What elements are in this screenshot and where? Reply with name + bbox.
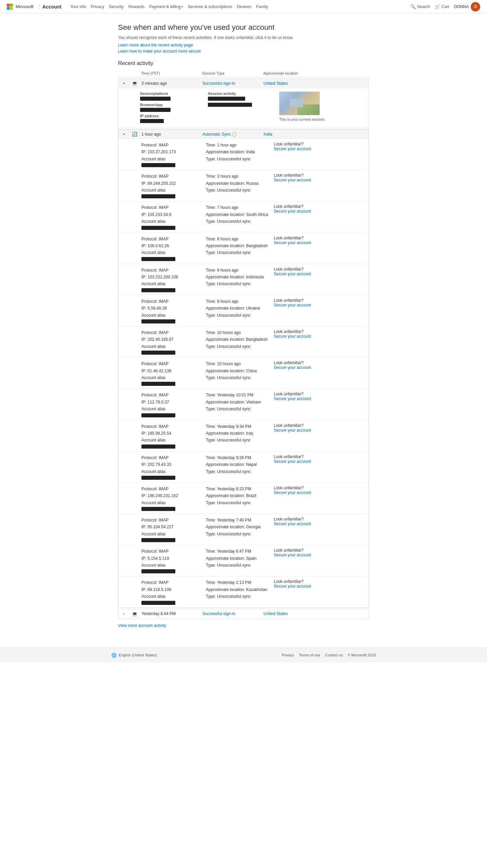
sync-entries-container: Protocol: IMAP IP: 103.37.201.173 Accoun… (118, 139, 369, 608)
learn-more-link[interactable]: Learn more about the recent activity pag… (118, 43, 369, 47)
sync-entry-13: Protocol: IMAP IP: 5.154.5.119 Account a… (118, 545, 369, 576)
search-button[interactable]: 🔍 Search (410, 4, 430, 9)
header-divider: | (38, 4, 40, 10)
row-1-time: 3 minutes ago (140, 81, 201, 86)
search-label: Search (417, 4, 430, 9)
sync-entry-14: Protocol: IMAP IP: 89.218.5.106 Account … (118, 576, 369, 607)
sync-entry-6: Protocol: IMAP IP: 202.40.185.67 Account… (118, 326, 369, 357)
sync-col-mid-0: Time: 1 hour ago Approximate location: I… (204, 142, 272, 162)
row-3-location: United States (262, 611, 369, 616)
avatar: D (471, 2, 480, 12)
sync-entry-12: Protocol: IMAP IP: 95.104.54.227 Account… (118, 514, 369, 545)
col-spacer (118, 71, 140, 75)
sync-entry-8: Protocol: IMAP IP: 112.78.0.37 Account a… (118, 389, 369, 420)
footer-language[interactable]: English (United States) (119, 653, 157, 657)
row-3-session: Successful sign-in (201, 611, 262, 616)
activity-row-3-header[interactable]: › 💻 Yesterday 8:44 PM Successful sign-in… (118, 609, 369, 618)
sync-col-right-0: Look unfamiliar? Secure your account (272, 142, 369, 151)
toggle-icon-3[interactable]: › (118, 611, 129, 616)
main-content: See when and where you've used your acco… (111, 14, 376, 637)
footer-copyright: © Microsoft 2019 (348, 653, 376, 657)
nav-payment[interactable]: Payment & billing▾ (147, 4, 185, 9)
sync-entry-2: Protocol: IMAP IP: 105.233.34.9 Account … (118, 201, 369, 232)
footer-inner: 🌐 English (United States) Privacy Terms … (111, 653, 376, 658)
ip-label: IP address (140, 114, 204, 118)
sync-entry-5: Protocol: IMAP IP: 5.58.49.28 Account al… (118, 295, 369, 326)
search-icon: 🔍 (410, 4, 416, 9)
sync-col-left-0: Protocol: IMAP IP: 103.37.201.173 Accoun… (140, 142, 204, 167)
footer-privacy[interactable]: Privacy (282, 653, 294, 657)
sync-entry-9: Protocol: IMAP IP: 185.98.25.54 Account … (118, 420, 369, 451)
page-subtitle: You should recognize each of these recen… (118, 35, 369, 40)
nav-privacy[interactable]: Privacy (89, 4, 106, 9)
table-headers: Time (PST) Session Type Approximate loca… (118, 70, 369, 77)
cart-button[interactable]: 🛒 Cart (435, 4, 449, 9)
nav-rewards[interactable]: Rewards (126, 4, 147, 9)
learn-secure-link[interactable]: Learn how to make your account more secu… (118, 49, 369, 54)
cart-label: Cart (442, 4, 449, 9)
session-icon-2: 🔄 (129, 132, 140, 137)
sync-entry-10: Protocol: IMAP IP: 202.79.43.33 Account … (118, 451, 369, 482)
nav-security[interactable]: Security (107, 4, 125, 9)
footer-links: Privacy Terms of use Contact us © Micros… (282, 653, 376, 657)
activity-row-2-header[interactable]: ▾ 🔄 1 hour ago Automatic Sync i India (118, 130, 369, 139)
header-right: 🔍 Search 🛒 Cart DONNA D (410, 2, 480, 12)
row-1-session: Successful sign-in (201, 81, 262, 86)
session-activity-value-redacted (208, 97, 245, 101)
links-section: Learn more about the recent activity pag… (118, 43, 369, 54)
activity-row-1-header[interactable]: ▾ 💻 3 minutes ago Successful sign-in Uni… (118, 79, 369, 88)
session-activity-value2-redacted (208, 103, 252, 107)
device-label: Device/platform (140, 92, 204, 96)
page-title: See when and where you've used your acco… (118, 23, 369, 32)
user-profile[interactable]: DONNA D (454, 2, 480, 12)
map-section: This is your current session. (279, 92, 347, 123)
col-header-session: Session Type (201, 71, 262, 75)
nav-family[interactable]: Family (254, 4, 270, 9)
col-header-location: Approximate location (262, 71, 369, 75)
session-icon-1: 💻 (129, 81, 140, 86)
sync-entry-1: Protocol: IMAP IP: 89.249.255.152 Accoun… (118, 170, 369, 201)
col-header-time: Time (PST) (140, 71, 201, 75)
globe-icon: 🌐 (111, 653, 117, 658)
row-2-time: 1 hour ago (140, 132, 201, 137)
nav-services[interactable]: Services & subscriptions (186, 4, 234, 9)
footer: 🌐 English (United States) Privacy Terms … (0, 648, 487, 663)
alias-redacted-0 (141, 163, 175, 167)
view-more-link[interactable]: View more account activity (118, 623, 166, 628)
toggle-icon-2[interactable]: ▾ (118, 132, 129, 136)
nav-yourinfo[interactable]: Your info (68, 4, 88, 9)
sync-entry-11: Protocol: IMAP IP: 186.249.231.162 Accou… (118, 482, 369, 514)
session-icon-3: 💻 (129, 611, 140, 616)
activity-row-1-details: Device/platform Browser/app IP address S… (118, 88, 369, 128)
sync-entry-3: Protocol: IMAP IP: 106.0.62.26 Account a… (118, 233, 369, 264)
ms-logo-text: Microsoft (16, 4, 34, 9)
activity-row-2: ▾ 🔄 1 hour ago Automatic Sync i India Pr… (118, 129, 369, 608)
header-nav: Your info Privacy Security Rewards Payme… (68, 4, 410, 9)
activity-row-1: ▾ 💻 3 minutes ago Successful sign-in Uni… (118, 78, 369, 128)
cart-icon: 🛒 (435, 4, 440, 9)
device-detail: Device/platform Browser/app IP address (140, 92, 204, 123)
row-2-location: India (262, 132, 369, 137)
footer-contact[interactable]: Contact us (325, 653, 343, 657)
nav-devices[interactable]: Devices (235, 4, 253, 9)
map-placeholder (279, 92, 320, 115)
activity-row-3: › 💻 Yesterday 8:44 PM Successful sign-in… (118, 609, 369, 619)
user-label: DONNA (454, 4, 469, 9)
toggle-icon-1[interactable]: ▾ (118, 81, 129, 85)
session-activity-detail: Session activity (208, 92, 276, 123)
ms-logo[interactable]: Microsoft (7, 4, 34, 10)
session-note: This is your current session. (279, 117, 347, 121)
session-activity-label: Session activity (208, 92, 276, 96)
section-title: Recent activity (118, 60, 369, 66)
sync-col-left-1: Protocol: IMAP IP: 89.249.255.152 Accoun… (140, 173, 204, 198)
ip-value-redacted (140, 119, 164, 123)
footer-terms[interactable]: Terms of use (299, 653, 320, 657)
browser-value-redacted (140, 108, 171, 112)
view-more-section: View more account activity (118, 623, 369, 628)
row-1-location: United States (262, 81, 369, 86)
row-2-session: Automatic Sync i (201, 132, 262, 137)
browser-label: Browser/app (140, 103, 204, 107)
row-3-time: Yesterday 8:44 PM (140, 611, 201, 616)
sync-entry-7: Protocol: IMAP IP: 61.48.42.138 Account … (118, 357, 369, 389)
sync-entry-4: Protocol: IMAP IP: 103.231.200.106 Accou… (118, 264, 369, 295)
